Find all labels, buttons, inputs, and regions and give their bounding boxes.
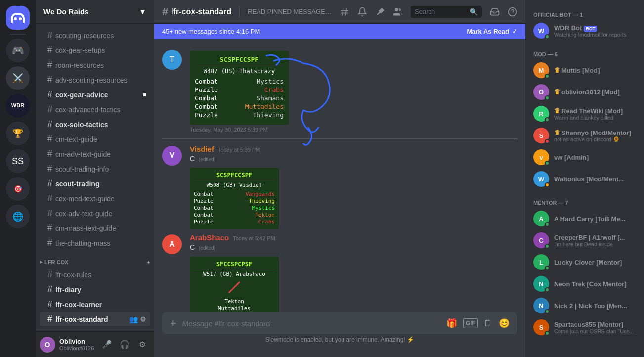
member-item-neontrek[interactable]: N Neon Trek [Cox Mentor] xyxy=(529,273,640,295)
inbox-icon[interactable] xyxy=(490,7,500,17)
server-header[interactable]: We Do Raids ▼ xyxy=(36,0,154,24)
game-role: Combat xyxy=(195,103,218,110)
member-item-oblivion3012[interactable]: O ♛oblivion3012 [Mod] xyxy=(529,81,640,103)
channel-category-lfr-cox[interactable]: ▸ LFR COX + xyxy=(36,251,154,267)
channel-item-scouting-resources[interactable]: # scouting-resources xyxy=(40,28,150,43)
server-icon-6[interactable]: 🎯 xyxy=(6,177,30,201)
member-item-muttis[interactable]: M ♛Muttis [Mod] xyxy=(529,59,640,81)
mic-button[interactable]: 🎤 xyxy=(99,337,115,353)
member-item-readthewiki[interactable]: R ♛Read TheWiki [Mod] Warm and blankey p… xyxy=(529,103,640,125)
visdief-game-image[interactable]: SCSPFCCSPF W508 (GB) Visdief CombatVangu… xyxy=(190,168,279,229)
member-info: A Hard Carry [ToB Me... xyxy=(554,215,636,223)
hash-icon-header[interactable] xyxy=(340,7,349,17)
channel-item-cm-adv-text-guide[interactable]: # cm-adv-text-guide xyxy=(40,147,150,161)
channel-item-scout-trading[interactable]: # scout-trading xyxy=(40,177,150,191)
server-sidebar: 🎮 ⚔️ WDR 🏆 SS 🎯 🌐 xyxy=(0,0,36,357)
bell-icon[interactable] xyxy=(357,7,367,17)
channel-item-adv-scouting[interactable]: # adv-scouting-resources xyxy=(40,73,150,87)
search-input[interactable] xyxy=(415,8,467,15)
game-world: W517 (GB) Arabshaco xyxy=(194,271,275,277)
sticker-button[interactable]: 🗒 xyxy=(484,318,493,329)
discord-home-icon[interactable] xyxy=(6,6,30,30)
game-row: CombatMystics xyxy=(194,205,275,211)
section-official-bot: OFFICIAL BOT — 1 xyxy=(529,8,640,20)
member-item-vw[interactable]: v vw [Admin] xyxy=(529,146,640,168)
channel-item-lfr-cox-standard[interactable]: # lfr-cox-standard 👥 ⚙ xyxy=(40,312,150,326)
message-author-visdief[interactable]: Visdief xyxy=(190,145,214,153)
member-name: ♛Muttis [Mod] xyxy=(554,66,636,74)
chat-input[interactable] xyxy=(182,313,440,334)
member-item-ahardcarry[interactable]: A A Hard Carry [ToB Me... xyxy=(529,208,640,229)
channel-item-cm-text-guide[interactable]: # cm-text-guide xyxy=(40,132,150,146)
server-icon-5[interactable]: SS xyxy=(6,149,30,173)
server-icon-7[interactable]: 🌐 xyxy=(6,205,30,228)
gift-button[interactable]: 🎁 xyxy=(446,318,457,329)
channel-item-cox-gear-setups[interactable]: # cox-gear-setups xyxy=(40,43,150,57)
member-name: vw [Admin] xyxy=(554,154,636,161)
server-icon-1[interactable]: 🎮 xyxy=(6,39,30,62)
user-info: Oblivion Oblivion#8126 xyxy=(59,338,95,351)
message-timestamp: Today at 5:42 PM xyxy=(233,235,275,241)
channel-item-lfr-diary[interactable]: # lfr-diary xyxy=(40,282,150,297)
member-item-shannyo[interactable]: S ♛Shannyo [Mod/Mentor] not as active on… xyxy=(529,125,640,146)
member-item-luckyclover[interactable]: L Lucky Clover [Mentor] xyxy=(529,251,640,273)
member-item-creeperbf[interactable]: C CreeperBF | A1rwolf [... I'm here but … xyxy=(529,229,640,251)
pin-icon[interactable] xyxy=(375,7,385,17)
member-item-waltonius[interactable]: W Waltonius [Mod/Ment... xyxy=(529,168,640,190)
channel-item-cox-gear-advice[interactable]: # cox-gear-advice xyxy=(40,88,150,102)
channel-item-cox-advanced-tactics[interactable]: # cox-advanced-tactics xyxy=(40,102,150,117)
game-image-large[interactable]: SCSPFCCSPF W487 (US) Thatscrazy Combat M… xyxy=(190,51,289,125)
add-attachment-button[interactable]: + xyxy=(170,317,176,330)
add-channel-icon[interactable]: + xyxy=(147,259,150,265)
channel-item-the-chatting-mass[interactable]: # the-chatting-mass xyxy=(40,236,150,250)
member-item-wdr-bot[interactable]: W WDR BotBOT Watching !modmail for repor… xyxy=(529,20,640,42)
channel-item-cox-adv-text-guide[interactable]: # cox-adv-text-guide xyxy=(40,206,150,221)
game-player: Crabs xyxy=(264,86,284,93)
image-timestamp: Tuesday, May 30, 2023 5:39 PM xyxy=(190,127,517,133)
member-avatar: N xyxy=(533,298,549,313)
channel-item-cox-solo-tactics[interactable]: # cox-solo-tactics xyxy=(40,117,150,132)
help-icon[interactable] xyxy=(508,7,517,17)
new-messages-banner[interactable]: 45+ new messages since 4:16 PM Mark As R… xyxy=(154,24,525,39)
channel-item-cm-mass-text-guide[interactable]: # cm-mass-text-guide xyxy=(40,221,150,235)
member-info: Lucky Clover [Mentor] xyxy=(554,259,636,266)
gif-button[interactable]: GIF xyxy=(463,318,478,328)
user-panel: O Oblivion Oblivion#8126 🎤 🎧 ⚙ xyxy=(36,331,154,357)
gear-icon[interactable]: ⚙ xyxy=(140,315,146,323)
settings-button[interactable]: ⚙ xyxy=(134,337,150,353)
game-row: Thieving xyxy=(194,312,275,313)
settings-icon[interactable]: 👥 xyxy=(129,315,138,323)
mark-as-read-label: Mark As Read xyxy=(467,28,510,35)
game-row: Puzzle Crabs xyxy=(195,86,284,93)
channel-item-lfr-cox-rules[interactable]: # lfr-cox-rules xyxy=(40,268,150,282)
channel-topic[interactable]: READ PINNED MESSAGES! —--> xyxy=(248,8,334,15)
channel-item-cox-med-text-guide[interactable]: # cox-med-text-guide xyxy=(40,191,150,206)
headphones-button[interactable]: 🎧 xyxy=(117,337,132,353)
channel-label: cox-med-text-guide xyxy=(55,195,146,203)
server-icon-wdr[interactable]: WDR xyxy=(6,94,30,118)
message-author-arabshaco[interactable]: ArabShaco xyxy=(190,233,229,242)
channel-item-room-resources[interactable]: # room-resources xyxy=(40,58,150,72)
member-name: Lucky Clover [Mentor] xyxy=(554,259,636,266)
channel-item-lfr-cox-learner[interactable]: # lfr-cox-learner xyxy=(40,297,150,312)
server-icon-4[interactable]: 🏆 xyxy=(6,122,30,145)
message-group-thatscrazy: T SCSPFCCSPF W487 (US) Thatscrazy Combat… xyxy=(154,47,525,134)
hash-icon: # xyxy=(47,223,52,233)
game-role: Combat xyxy=(195,78,218,85)
emoji-button[interactable]: 😊 xyxy=(499,318,510,329)
members-icon[interactable] xyxy=(393,7,403,17)
arabshaco-game-image[interactable]: SFCCSPCPSF W517 (GB) Arabshaco Tekton Mu… xyxy=(190,257,279,313)
server-icon-2[interactable]: ⚔️ xyxy=(6,66,30,90)
member-item-spartacus[interactable]: S Spartacus855 [Mentor] Come join our OS… xyxy=(529,316,640,338)
channel-sidebar: We Do Raids ▼ # scouting-resources # cox… xyxy=(36,0,154,357)
member-item-nick2[interactable]: N Nick 2 | Nick Too [Men... xyxy=(529,295,640,316)
chevron-down-icon: ▼ xyxy=(139,7,146,16)
search-bar[interactable]: 🔍 xyxy=(411,6,482,18)
channel-label: room-resources xyxy=(55,61,146,69)
edited-label: (edited) xyxy=(199,245,215,251)
member-info: ♛oblivion3012 [Mod] xyxy=(554,88,636,96)
channel-item-scout-trading-info[interactable]: # scout-trading-info xyxy=(40,162,150,176)
channel-label: cox-gear-advice xyxy=(55,91,140,99)
mark-as-read-button[interactable]: Mark As Read ✓ xyxy=(467,28,518,35)
game-player: Shamans xyxy=(257,94,284,102)
